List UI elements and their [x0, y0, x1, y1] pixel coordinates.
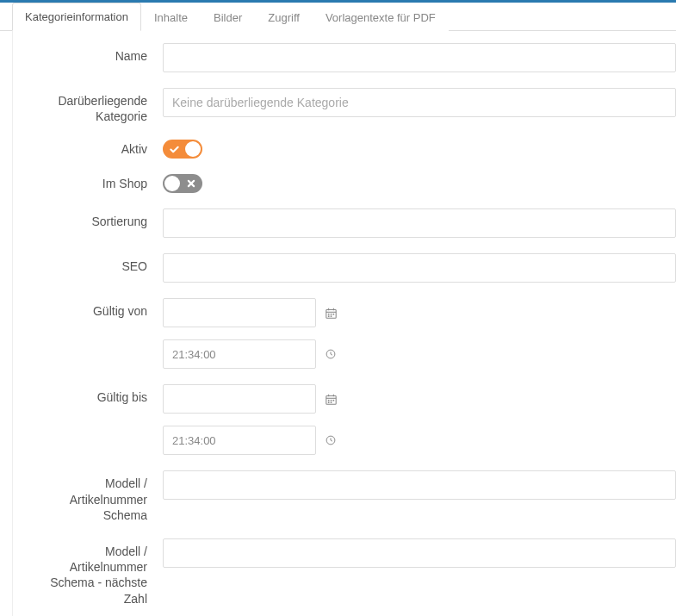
- label-sort: Sortierung: [25, 208, 163, 229]
- sort-input[interactable]: [163, 208, 676, 238]
- svg-rect-6: [328, 314, 330, 315]
- valid-from-time-group[interactable]: [163, 339, 316, 369]
- valid-to-date-group[interactable]: [163, 384, 316, 414]
- valid-to-date-input[interactable]: [164, 385, 326, 413]
- x-icon: [185, 177, 197, 190]
- svg-rect-8: [333, 314, 335, 315]
- label-model-schema: Modell / Artikelnummer Schema: [25, 470, 163, 523]
- svg-rect-9: [328, 315, 330, 317]
- label-seo: SEO: [25, 253, 163, 274]
- svg-rect-7: [331, 314, 332, 315]
- clock-icon[interactable]: [326, 435, 336, 445]
- model-schema-input[interactable]: [163, 470, 676, 500]
- tab-pdf-templates[interactable]: Vorlagentexte für PDF: [313, 3, 449, 31]
- label-model-schema-next: Modell / Artikelnummer Schema - nächste …: [25, 538, 163, 607]
- in-shop-toggle[interactable]: [163, 174, 202, 193]
- model-schema-next-input[interactable]: [163, 538, 676, 568]
- valid-from-date-group[interactable]: [163, 298, 316, 327]
- calendar-icon[interactable]: [326, 394, 337, 405]
- valid-to-time-group[interactable]: [163, 426, 316, 455]
- form-container: Name Darüberliegende Kategorie Aktiv Im …: [12, 31, 676, 616]
- calendar-icon[interactable]: [326, 308, 337, 319]
- clock-icon[interactable]: [326, 349, 336, 359]
- active-toggle[interactable]: [163, 140, 202, 159]
- label-name: Name: [25, 43, 163, 64]
- label-parent-category: Darüberliegende Kategorie: [25, 88, 163, 124]
- label-active: Aktiv: [25, 140, 163, 157]
- tab-images[interactable]: Bilder: [201, 3, 255, 31]
- tab-bar: Kategorieinformation Inhalte Bilder Zugr…: [0, 3, 676, 31]
- name-input[interactable]: [163, 43, 676, 72]
- svg-rect-18: [333, 400, 335, 401]
- label-valid-to: Gültig bis: [25, 384, 163, 405]
- tab-access[interactable]: Zugriff: [255, 3, 313, 31]
- tab-category-info[interactable]: Kategorieinformation: [12, 3, 141, 31]
- valid-from-date-input[interactable]: [164, 299, 326, 327]
- svg-rect-16: [328, 400, 330, 401]
- check-icon: [168, 143, 180, 155]
- valid-from-time-input[interactable]: [164, 340, 326, 368]
- svg-rect-10: [331, 315, 332, 317]
- svg-rect-19: [328, 401, 330, 403]
- seo-input[interactable]: [163, 253, 676, 283]
- label-in-shop: Im Shop: [25, 174, 163, 191]
- label-valid-from: Gültig von: [25, 298, 163, 319]
- svg-rect-20: [331, 401, 332, 403]
- parent-category-input[interactable]: [163, 88, 676, 117]
- svg-rect-17: [331, 400, 332, 401]
- tab-contents[interactable]: Inhalte: [141, 3, 201, 31]
- valid-to-time-input[interactable]: [164, 426, 326, 454]
